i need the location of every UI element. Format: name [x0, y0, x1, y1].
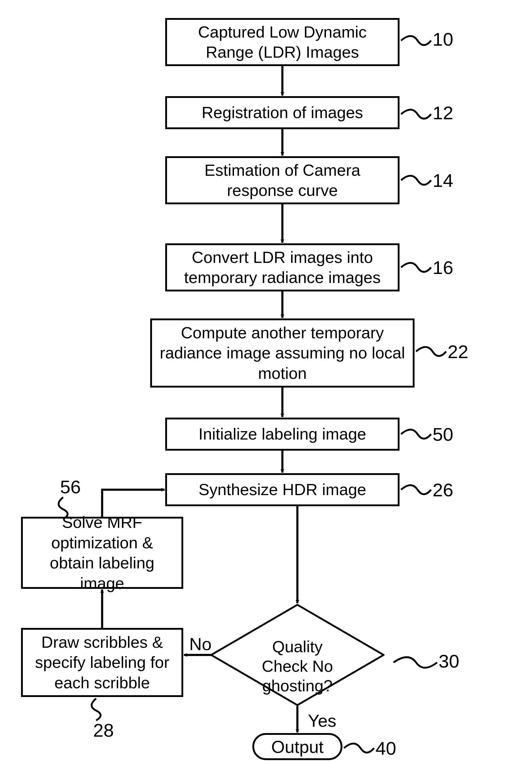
flowchart-canvas: Captured Low Dynamic Range (LDR) Images …: [0, 0, 532, 761]
arrows-layer: [0, 0, 532, 761]
